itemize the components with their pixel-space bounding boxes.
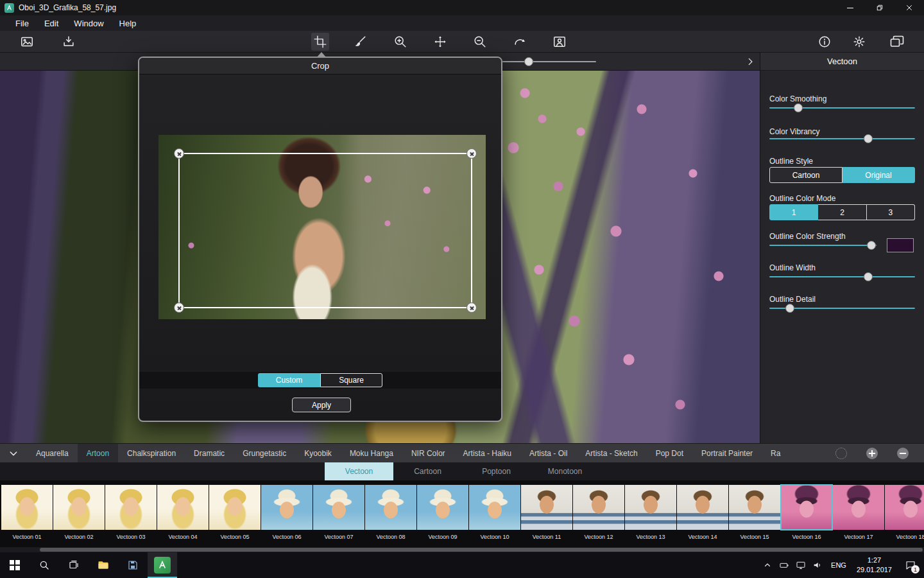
zoom-in-button[interactable] [391, 33, 409, 51]
thumbnail-vectoon-18[interactable]: Vectoon 18 [885, 485, 924, 547]
style-tab-dramatic[interactable]: Dramatic [185, 444, 234, 463]
language-indicator[interactable]: ENG [826, 561, 851, 569]
outline-color-strength-slider[interactable] [769, 241, 877, 250]
save-app-button[interactable] [118, 552, 148, 578]
style-tab-artista-sketch[interactable]: Artista - Sketch [576, 444, 646, 463]
style-tab-cutoff[interactable]: Ra [762, 444, 789, 463]
restore-button[interactable] [865, 0, 894, 15]
style-tab-portrait-painter[interactable]: Portrait Painter [692, 444, 762, 463]
portrait-adjust-button[interactable] [551, 33, 569, 51]
task-view-button[interactable] [59, 552, 89, 578]
menu-file[interactable]: File [8, 15, 37, 31]
sub-tab-poptoon[interactable]: Poptoon [462, 462, 531, 480]
thumbnail-vectoon-14[interactable]: Vectoon 14 [677, 485, 728, 547]
apply-button[interactable]: Apply [292, 398, 351, 412]
tray-expand-button[interactable] [759, 552, 776, 578]
network-tray-button[interactable] [792, 552, 809, 578]
thumbnail-vectoon-15[interactable]: Vectoon 15 [729, 485, 780, 547]
color-vibrancy-slider[interactable] [769, 134, 915, 143]
thumbnail-vectoon-02[interactable]: Vectoon 02 [53, 485, 105, 547]
thumbnail-vectoon-01[interactable]: Vectoon 01 [1, 485, 53, 547]
style-tab-aquarella[interactable]: Aquarella [27, 444, 78, 463]
close-button[interactable] [894, 0, 924, 15]
slider-handle[interactable] [785, 304, 794, 313]
crop-handle-bottom-right[interactable] [466, 302, 477, 313]
battery-tray-button[interactable] [776, 552, 792, 578]
outline-color-mode-3-button[interactable]: 3 [867, 204, 915, 220]
slider-handle[interactable] [864, 272, 873, 281]
style-tab-artoon[interactable]: Artoon [78, 444, 118, 463]
style-tab-artista-haiku[interactable]: Artista - Haiku [454, 444, 520, 463]
thumbnail-vectoon-03[interactable]: Vectoon 03 [105, 485, 157, 547]
style-tab-grungetastic[interactable]: Grungetastic [234, 444, 295, 463]
taskbar-search-button[interactable] [30, 552, 59, 578]
outline-style-cartoon-button[interactable]: Cartoon [769, 167, 843, 183]
clock[interactable]: 1:27 29.01.2017 [851, 556, 897, 575]
outline-detail-slider[interactable] [769, 304, 915, 313]
slider-handle[interactable] [864, 134, 873, 143]
info-button[interactable] [816, 33, 834, 51]
zoom-slider[interactable] [502, 57, 596, 66]
crop-handle-top-left[interactable] [174, 148, 184, 159]
redo-button[interactable] [511, 33, 529, 51]
sub-tab-cartoon[interactable]: Cartoon [393, 462, 462, 480]
style-tab-chalkspiration[interactable]: Chalkspiration [118, 444, 185, 463]
thumbnail-vectoon-13[interactable]: Vectoon 13 [625, 485, 676, 547]
slider-handle[interactable] [794, 103, 803, 112]
thumbnail-vectoon-08[interactable]: Vectoon 08 [365, 485, 416, 547]
thumbnail-vectoon-07[interactable]: Vectoon 07 [313, 485, 364, 547]
brush-button[interactable] [351, 33, 369, 51]
thumbnail-vectoon-17[interactable]: Vectoon 17 [833, 485, 884, 547]
action-center-button[interactable]: 1 [897, 552, 924, 578]
outline-color-swatch[interactable] [887, 238, 914, 252]
zoom-out-button[interactable] [471, 33, 489, 51]
thumbnail-vectoon-09[interactable]: Vectoon 09 [417, 485, 468, 547]
crop-button[interactable] [311, 33, 329, 51]
thumbnail-vectoon-06[interactable]: Vectoon 06 [261, 485, 312, 547]
style-tab-nir-color[interactable]: NIR Color [402, 444, 454, 463]
save-button[interactable] [60, 33, 78, 51]
crop-handle-bottom-left[interactable] [174, 302, 184, 313]
outline-color-mode-2-button[interactable]: 2 [818, 204, 866, 220]
active-app-button[interactable] [148, 552, 177, 578]
thumbnail-vectoon-12[interactable]: Vectoon 12 [573, 485, 624, 547]
style-tab-pop-dot[interactable]: Pop Dot [647, 444, 692, 463]
slider-handle[interactable] [867, 241, 876, 250]
collapse-strip-button[interactable] [0, 444, 27, 463]
crop-mode-square-button[interactable]: Square [320, 373, 382, 387]
style-tab-moku-hanga[interactable]: Moku Hanga [341, 444, 402, 463]
thumbnail-vectoon-16[interactable]: Vectoon 16 [781, 485, 832, 547]
zoom-slider-handle[interactable] [524, 57, 533, 66]
add-button[interactable] [866, 448, 878, 459]
outline-style-original-button[interactable]: Original [843, 167, 915, 183]
thumbnail-vectoon-04[interactable]: Vectoon 04 [157, 485, 209, 547]
sub-tab-vectoon[interactable]: Vectoon [325, 462, 393, 480]
thumbnail-vectoon-11[interactable]: Vectoon 11 [521, 485, 572, 547]
minimize-button[interactable] [835, 0, 865, 15]
volume-tray-button[interactable] [809, 552, 826, 578]
crop-selection-rect[interactable] [178, 153, 472, 308]
file-explorer-button[interactable] [89, 552, 118, 578]
settings-button[interactable] [850, 33, 868, 51]
outline-width-slider[interactable] [769, 272, 915, 281]
menu-window[interactable]: Window [66, 15, 111, 31]
style-tab-kyoobik[interactable]: Kyoobik [295, 444, 341, 463]
open-image-button[interactable] [18, 33, 36, 51]
sub-tab-monotoon[interactable]: Monotoon [531, 462, 599, 480]
start-button[interactable] [0, 552, 30, 578]
crop-handle-top-right[interactable] [466, 148, 477, 159]
reset-button[interactable] [835, 448, 847, 459]
menu-help[interactable]: Help [112, 15, 144, 31]
color-smoothing-slider[interactable] [769, 103, 915, 112]
style-tab-artista-oil[interactable]: Artista - Oil [520, 444, 576, 463]
thumbnail-vectoon-10[interactable]: Vectoon 10 [469, 485, 520, 547]
move-button[interactable] [431, 33, 449, 51]
thumbnail-vectoon-05[interactable]: Vectoon 05 [209, 485, 261, 547]
expand-panel-button[interactable] [743, 55, 757, 69]
scrollbar-thumb[interactable] [40, 548, 923, 552]
crop-mode-custom-button[interactable]: Custom [258, 373, 320, 387]
remove-button[interactable] [897, 448, 909, 459]
menu-edit[interactable]: Edit [37, 15, 66, 31]
outline-color-mode-1-button[interactable]: 1 [769, 204, 818, 220]
batch-button[interactable] [888, 33, 906, 51]
